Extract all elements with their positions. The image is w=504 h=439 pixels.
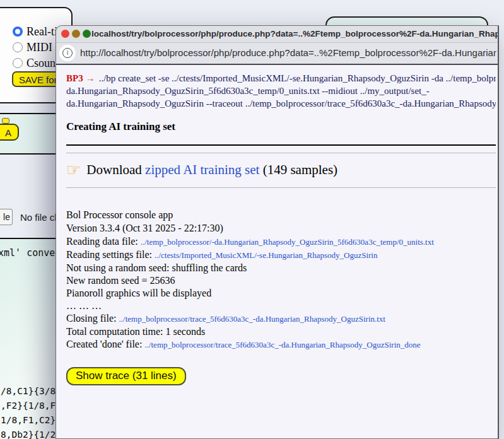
red-arrow-icon: →	[86, 73, 95, 83]
console-line: Not using a random seed: shuffling the c…	[66, 262, 496, 274]
conversion-message-fragment: xml' conve	[0, 247, 55, 259]
bp3-command-block: BP3→../bp create_set -se ../ctests/Impor…	[66, 72, 496, 110]
console-section-bottom: xml' conve /8,C1}{3/8,F2}{1/8,F1/8,F1,C2…	[0, 238, 56, 439]
download-suffix: (149 samples)	[259, 162, 337, 177]
console-file-link[interactable]: ../ctests/Imported_MusicXML/-se.Hungaria…	[155, 250, 377, 260]
radio-unselected-icon[interactable]	[13, 42, 23, 52]
radio-option-realtime[interactable]: Real-ti	[13, 25, 57, 38]
radio-selected-icon[interactable]	[13, 26, 23, 37]
command-line: BP3→../bp create_set -se ../ctests/Impor…	[66, 72, 496, 85]
radio-label: Real-ti	[26, 25, 57, 38]
page-title: Creating AI training set	[66, 120, 496, 133]
console-file-link[interactable]: ../temp_bolprocessor/trace_5f6d630a3c_-d…	[119, 314, 385, 324]
console-line: Reading data file: ../temp_bolprocessor/…	[66, 235, 496, 249]
url-input[interactable]: http://localhost/try/bolprocessor/php/pr…	[80, 47, 496, 58]
choose-file-button-fragment[interactable]: le	[0, 209, 13, 225]
divider-thin	[66, 187, 496, 188]
site-info-badge[interactable]: i	[59, 45, 76, 61]
screen: Real-ti MIDI f Csound SAVE for A le No f…	[0, 0, 504, 439]
code-line: 8,Db2}{1/2	[1, 428, 56, 439]
show-trace-button[interactable]: Show trace (31 lines)	[66, 367, 186, 385]
download-row: ☞Download zipped AI training set (149 sa…	[66, 160, 496, 179]
console-line: Created 'done' file: ../temp_bolprocesso…	[66, 338, 496, 351]
window-titlebar[interactable]: localhost/try/bolprocessor/php/produce.p…	[56, 26, 498, 43]
console-line: Total computation time: 1 seconds	[66, 325, 496, 338]
command-line: da.Hungarian_Rhapsody_OguzSirin --traceo…	[66, 97, 496, 110]
partial-yellow-button[interactable]: A	[0, 124, 19, 141]
url-bar[interactable]: i http://localhost/try/bolprocessor/php/…	[56, 43, 498, 65]
radio-unselected-icon[interactable]	[13, 58, 23, 68]
console-line: New random seed = 25636	[66, 274, 496, 287]
console-output: Bol Processor console app Version 3.3.4 …	[66, 209, 496, 351]
code-line: ,F2}{1/8,F	[1, 399, 56, 413]
divider-thick	[66, 144, 496, 146]
console-line: Reading settings file: ../ctests/Importe…	[66, 249, 496, 262]
browser-window: localhost/try/bolprocessor/php/produce.p…	[56, 25, 499, 439]
console-file-link[interactable]: ../temp_bolprocessor/-da.Hungarian_Rhaps…	[141, 237, 434, 247]
radio-option-csound[interactable]: Csound	[13, 57, 61, 69]
divider-thin	[66, 153, 496, 153]
page-content: BP3→../bp create_set -se ../ctests/Impor…	[56, 65, 498, 438]
console-line: … … …	[66, 300, 496, 312]
radio-label: MIDI f	[26, 41, 59, 54]
download-prefix: Download	[86, 162, 145, 177]
pointing-hand-icon: ☞	[66, 160, 81, 179]
command-text: ../bp create_set -se ../ctests/Imported_…	[99, 73, 496, 83]
zoom-window-icon[interactable]	[83, 30, 91, 38]
code-line: 1/8,F1,C2}	[1, 413, 56, 428]
minimize-window-icon[interactable]	[72, 30, 80, 38]
yellow-button-fragment-small	[2, 118, 9, 124]
score-data-fragment: /8,C1}{3/8,F2}{1/8,F1/8,F1,C2}8,Db2}{1/2	[1, 384, 56, 439]
console-line: Closing file: ../temp_bolprocessor/trace…	[66, 312, 496, 325]
console-line: Bol Processor console app	[66, 209, 496, 222]
console-line: Version 3.3.4 (Oct 31 2025 - 22:17:30)	[66, 222, 496, 235]
code-line: /8,C1}{3/8	[1, 384, 56, 399]
close-window-icon[interactable]	[61, 30, 69, 38]
command-line: da.Hungarian_Rhapsody_OguzSirin_5f6d630a…	[66, 85, 496, 97]
download-zip-link[interactable]: zipped AI training set	[145, 162, 259, 177]
console-file-link[interactable]: ../temp_bolprocessor/trace_5f6d630a3c_-d…	[144, 340, 420, 349]
window-title: localhost/try/bolprocessor/php/produce.p…	[91, 29, 498, 38]
bp3-label: BP3	[66, 73, 83, 83]
console-line: Pianoroll graphics will be displayed	[66, 287, 496, 300]
radio-option-midi-file[interactable]: MIDI f	[13, 41, 59, 54]
info-icon: i	[62, 48, 73, 58]
